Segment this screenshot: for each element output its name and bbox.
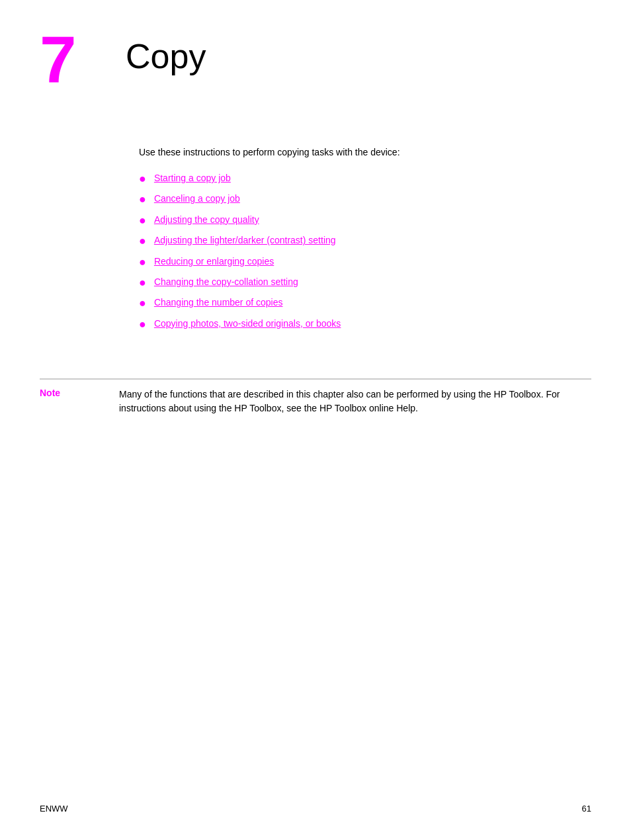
topic-link-canceling[interactable]: Canceling a copy job bbox=[154, 192, 240, 206]
note-label: Note bbox=[40, 388, 119, 398]
note-wrapper: Note Many of the functions that are desc… bbox=[40, 378, 591, 415]
topic-list: ● Starting a copy job ● Canceling a copy… bbox=[139, 171, 591, 332]
content-area: Use these instructions to perform copyin… bbox=[0, 106, 631, 378]
note-text: Many of the functions that are described… bbox=[119, 388, 591, 415]
topic-link-quality[interactable]: Adjusting the copy quality bbox=[154, 213, 259, 227]
intro-text: Use these instructions to perform copyin… bbox=[139, 146, 591, 159]
bullet-icon: ● bbox=[139, 275, 146, 290]
list-item: ● Canceling a copy job bbox=[139, 192, 591, 207]
list-item: ● Adjusting the copy quality bbox=[139, 213, 591, 228]
topic-link-photos[interactable]: Copying photos, two-sided originals, or … bbox=[154, 317, 341, 331]
chapter-title: Copy bbox=[126, 26, 206, 76]
topic-link-number[interactable]: Changing the number of copies bbox=[154, 296, 283, 310]
list-item: ● Starting a copy job bbox=[139, 171, 591, 187]
footer-page-number: 61 bbox=[582, 804, 591, 814]
list-item: ● Adjusting the lighter/darker (contrast… bbox=[139, 233, 591, 249]
chapter-header: 7 Copy bbox=[0, 0, 631, 106]
topic-link-reducing[interactable]: Reducing or enlarging copies bbox=[154, 255, 274, 269]
chapter-number: 7 bbox=[40, 26, 106, 93]
bullet-icon: ● bbox=[139, 296, 146, 311]
bullet-icon: ● bbox=[139, 255, 146, 270]
bullet-icon: ● bbox=[139, 233, 146, 249]
note-section: Note Many of the functions that are desc… bbox=[40, 388, 591, 415]
topic-link-contrast[interactable]: Adjusting the lighter/darker (contrast) … bbox=[154, 233, 336, 247]
topic-link-collation[interactable]: Changing the copy-collation setting bbox=[154, 275, 298, 289]
topic-link-starting[interactable]: Starting a copy job bbox=[154, 171, 231, 185]
bullet-icon: ● bbox=[139, 192, 146, 207]
page-footer: ENWW 61 bbox=[0, 804, 631, 814]
list-item: ● Changing the number of copies bbox=[139, 296, 591, 311]
footer-enww: ENWW bbox=[40, 804, 68, 814]
list-item: ● Reducing or enlarging copies bbox=[139, 255, 591, 270]
bullet-icon: ● bbox=[139, 317, 146, 332]
bullet-icon: ● bbox=[139, 213, 146, 228]
list-item: ● Changing the copy-collation setting bbox=[139, 275, 591, 290]
page-container: 7 Copy Use these instructions to perform… bbox=[0, 0, 631, 840]
bullet-icon: ● bbox=[139, 171, 146, 187]
list-item: ● Copying photos, two-sided originals, o… bbox=[139, 317, 591, 332]
